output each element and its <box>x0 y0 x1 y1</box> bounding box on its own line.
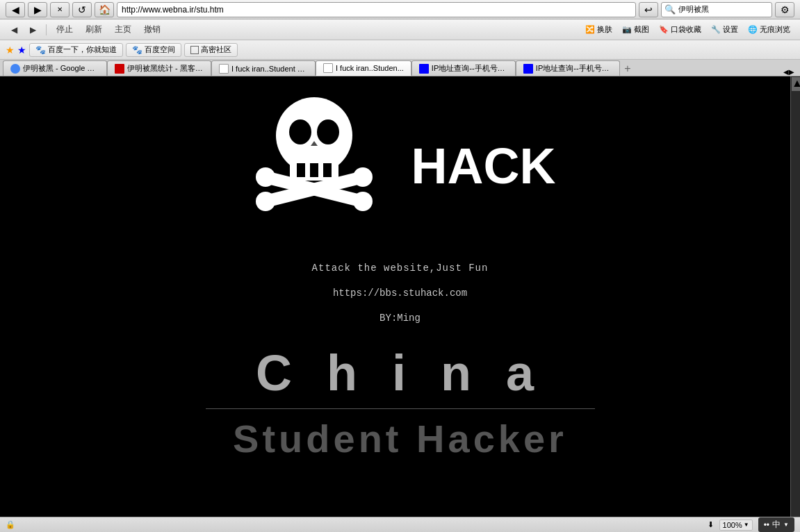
menu-button[interactable]: ⚙ <box>775 2 794 17</box>
tab-google-label: 伊明被黑 - Google 搜索 <box>23 63 99 74</box>
tab-ip-query-1-label: IP地址查询--手机号码查... <box>432 63 508 74</box>
url-text: https://bbs.stuhack.com <box>333 288 467 299</box>
tab-scroll-right[interactable]: ▶ <box>789 68 794 76</box>
clean-browse-label: 无痕浏览 <box>760 24 790 35</box>
stop-label[interactable]: 停止 <box>51 22 79 37</box>
browser-window: ◀ ▶ ✕ ↺ 🏠 ↩ 🔍 ▼ ⚙ ◀ ▶ 停止 刷新 主页 撤销 🔀 换肤 📷… <box>0 0 800 532</box>
address-input[interactable] <box>122 5 631 15</box>
page-content: ▲ <box>0 76 800 517</box>
home-button[interactable]: 🏠 <box>95 2 114 17</box>
search-input[interactable] <box>678 6 774 14</box>
go-button[interactable]: ↩ <box>639 2 658 17</box>
chinese-switcher[interactable]: •• 中 ▼ <box>758 517 794 532</box>
download-icon: ⬇ <box>708 520 714 529</box>
lock-icon: 🔒 <box>6 520 15 529</box>
forward-label[interactable]: ▶ <box>24 24 42 36</box>
bookmark-baidu-space[interactable]: 🐾 百度空间 <box>126 43 181 57</box>
swap-icon: 🔀 <box>585 25 595 34</box>
pocket-btn[interactable]: 🔖 口袋收藏 <box>655 23 705 36</box>
pocket-icon: 🔖 <box>659 25 669 34</box>
svg-point-11 <box>353 167 373 187</box>
scrollbar[interactable]: ▲ <box>790 76 800 517</box>
tab-favicon-white-1 <box>219 64 229 74</box>
back-label[interactable]: ◀ <box>6 24 23 36</box>
tab-fuck-iran-2-label: I fuck iran..Studen... <box>336 64 404 72</box>
chinese-label: 中 <box>772 519 781 531</box>
status-right: ⬇ 100% ▼ •• 中 ▼ <box>708 517 794 532</box>
skull-icon <box>245 83 384 242</box>
bookmark-gaomi[interactable]: 高密社区 <box>184 43 238 57</box>
tab-favicon-red <box>115 64 124 74</box>
baidu-search-icon: 🔍 <box>664 4 676 15</box>
status-left: 🔒 <box>6 520 15 529</box>
status-bar: 🔒 ⬇ 100% ▼ •• 中 ▼ <box>0 517 800 532</box>
divider <box>206 408 595 409</box>
scrollbar-up[interactable]: ▲ <box>792 77 800 91</box>
screenshot-icon: 📷 <box>622 25 632 34</box>
clean-browse-btn[interactable]: 🌐 无痕浏览 <box>744 23 794 36</box>
student-hacker-text: Student Hacker <box>233 416 567 461</box>
bookmark-baidu-space-label: 百度空间 <box>145 44 175 55</box>
tab-favicon-white-2 <box>323 63 333 73</box>
tab-google-search[interactable]: 伊明被黑 - Google 搜索 <box>3 60 107 76</box>
screenshot-btn[interactable]: 📷 截图 <box>618 23 653 36</box>
tab-fuck-iran-2[interactable]: I fuck iran..Studen... <box>316 60 411 76</box>
tab-favicon-blue-1 <box>419 64 429 74</box>
china-text: C h i n a <box>256 344 544 401</box>
bookmarks-bar: ★ ★ 🐾 百度一下，你就知道 🐾 百度空间 高密社区 <box>0 40 800 60</box>
toolbar: ◀ ▶ 停止 刷新 主页 撤销 🔀 换肤 📷 截图 🔖 口袋收藏 🔧 设置 🌐 … <box>0 19 800 40</box>
refresh-button[interactable]: ↺ <box>72 2 92 17</box>
tab-favicon-blue-2 <box>523 64 533 74</box>
tab-ip-query-1[interactable]: IP地址查询--手机号码查... <box>411 60 516 76</box>
tab-scroll-left[interactable]: ◀ <box>783 68 789 76</box>
tab-ip-query-2-label: IP地址查询--手机号码查... <box>536 63 612 74</box>
attack-text: Attack the website,Just Fun <box>312 263 489 274</box>
svg-rect-2 <box>297 163 305 177</box>
zoom-button[interactable]: 100% ▼ <box>719 519 753 531</box>
settings-btn[interactable]: 🔧 设置 <box>707 23 742 36</box>
tab-fuck-iran-1[interactable]: I fuck iran..Student Ha... <box>211 60 316 76</box>
svg-point-9 <box>256 192 275 211</box>
switcher-dropdown-icon: ▼ <box>783 522 789 528</box>
undo-label[interactable]: 撤销 <box>138 22 166 37</box>
bookmark-star2-icon: ★ <box>17 44 26 56</box>
back-button[interactable]: ◀ <box>6 2 25 17</box>
stop-button[interactable]: ✕ <box>50 2 70 17</box>
page-inner: HACK Attack the website,Just Fun https:/… <box>0 76 800 517</box>
tab-favicon-google <box>10 64 20 74</box>
search-box: 🔍 ▼ <box>661 2 772 17</box>
forward-button[interactable]: ▶ <box>28 2 47 17</box>
svg-rect-3 <box>310 163 318 177</box>
settings-label: 设置 <box>723 24 738 35</box>
refresh-label[interactable]: 刷新 <box>80 22 108 37</box>
by-text: BY:Ming <box>379 313 421 324</box>
svg-rect-4 <box>323 163 332 177</box>
address-bar <box>117 2 636 17</box>
zoom-dropdown-icon: ▼ <box>744 522 749 528</box>
navigation-bar: ◀ ▶ ✕ ↺ 🏠 ↩ 🔍 ▼ ⚙ <box>0 0 800 19</box>
home-label[interactable]: 主页 <box>109 22 137 37</box>
tab-hacker-stats[interactable]: 伊明被黑统计 - 黑客播... <box>107 60 211 76</box>
new-tab-button[interactable]: + <box>620 62 635 76</box>
toolbar-separator-1 <box>46 24 47 35</box>
svg-point-10 <box>353 192 373 211</box>
swap-btn[interactable]: 🔀 换肤 <box>581 23 617 36</box>
tabs-bar: 伊明被黑 - Google 搜索 伊明被黑统计 - 黑客播... I fuck … <box>0 60 800 76</box>
screenshot-label: 截图 <box>634 24 649 35</box>
bookmark-baidu-label: 百度一下，你就知道 <box>48 44 117 55</box>
skull-hack-area: HACK <box>245 90 556 242</box>
bookmark-gaomi-label: 高密社区 <box>201 44 231 55</box>
zoom-label: 100% <box>723 521 742 529</box>
dots-icon: •• <box>764 520 769 530</box>
svg-point-5 <box>289 119 311 144</box>
tab-hacker-stats-label: 伊明被黑统计 - 黑客播... <box>127 63 204 74</box>
bookmark-baidu-space-icon: 🐾 <box>132 45 142 55</box>
tab-fuck-iran-1-label: I fuck iran..Student Ha... <box>231 65 308 73</box>
settings-icon: 🔧 <box>711 25 721 34</box>
hack-text: HACK <box>411 138 556 194</box>
swap-label: 换肤 <box>597 24 612 35</box>
clean-browse-icon: 🌐 <box>748 25 758 34</box>
tab-ip-query-2[interactable]: IP地址查询--手机号码查... <box>516 60 620 76</box>
bookmark-baidu[interactable]: 🐾 百度一下，你就知道 <box>29 43 123 57</box>
bookmark-baidu-icon: 🐾 <box>35 45 46 55</box>
